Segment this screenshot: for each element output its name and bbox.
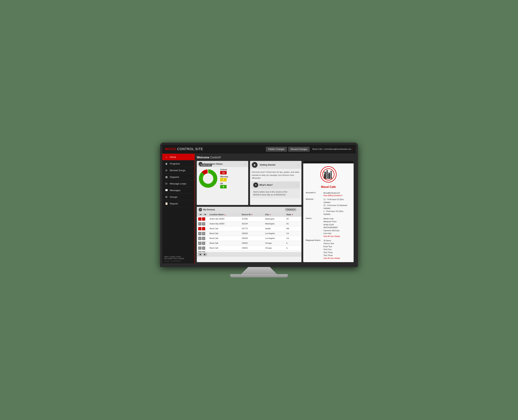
gray-x-device-icon[interactable]: ✕	[198, 222, 201, 225]
ok-status: OK 0	[220, 182, 228, 188]
regional-users-link[interactable]: View All User Details	[323, 257, 340, 260]
device-icons-cell: ✕✕	[197, 231, 208, 236]
filter-select-1[interactable]	[198, 213, 202, 216]
user-dropdown-arrow[interactable]: ▾	[352, 148, 353, 150]
gray-x-device-icon[interactable]: ✕	[202, 222, 205, 225]
table-row[interactable]: ✕✕Mood Café238425New YorkNY	[197, 250, 301, 252]
sidebar-item-programs[interactable]: ◉ Programs	[162, 160, 194, 167]
sidebar-item-messages[interactable]: 💬 Messages	[162, 187, 194, 194]
location-cell: Mood Cafe	[208, 226, 240, 231]
billing-link[interactable]: Have Billing Questions?	[323, 195, 343, 196]
welcome-prefix: Welcome	[197, 156, 209, 159]
location-sort-icon: ▲	[224, 214, 226, 216]
getting-started-title-group: ▶ Getting Started	[252, 162, 275, 168]
devices-menu[interactable]: ···	[297, 208, 300, 211]
gray-x-device-icon[interactable]: ✕	[198, 247, 201, 250]
user-info: Mood Cafe / controldemo@moodmedia.com ▾	[312, 148, 353, 150]
about-link[interactable]: About	[164, 256, 168, 258]
groups-icon: ⊞	[165, 195, 168, 198]
users-link[interactable]: View All User Details	[323, 235, 340, 238]
account-logo-svg	[322, 168, 335, 181]
table-row[interactable]: ✕✕Mood Café238432ChicagoIL	[197, 246, 301, 250]
faq-link[interactable]: FAQ	[174, 258, 177, 259]
critical-status: Critical 12	[220, 168, 228, 174]
table-row[interactable]: ✕✕Mood Café238428Los AngelesCA	[197, 231, 301, 236]
svg-rect-9	[325, 172, 325, 173]
table-row[interactable]: ✕✕Avalon Bay DEMO352244WashingtonDC	[197, 221, 301, 226]
svg-rect-10	[324, 173, 324, 174]
gray-x-device-icon[interactable]: ✕	[202, 247, 205, 250]
col-location[interactable]: Location Name ▲	[208, 212, 240, 217]
table-row[interactable]: ✕✕Mood Café238429Los AngelesCA	[197, 236, 301, 241]
account-info: Account #: MoodMyStudio123 Have Billing …	[303, 190, 354, 262]
sidebar-item-home[interactable]: ⌂ Home	[162, 154, 194, 160]
discard-button[interactable]: Discard Changes	[288, 147, 310, 151]
sidebar-item-blocked-songs[interactable]: ⊘ Blocked Songs	[162, 167, 194, 174]
devices-table-scroll: Location Name ▲ Device ID ▼	[197, 212, 301, 252]
red-music-device-icon[interactable]: ♪	[198, 227, 201, 230]
col-icons	[197, 212, 208, 217]
gray-x-device-icon[interactable]: ✕	[198, 251, 201, 252]
gray-x-device-icon[interactable]: ✕	[198, 237, 201, 240]
table-row[interactable]: ♪~Avalon Bay DEMO227095WashingtonDC	[197, 217, 301, 221]
account-logo-circle	[320, 166, 336, 182]
sidebar-item-dayparts[interactable]: ▦ Dayparts	[162, 174, 194, 180]
gray-x-device-icon[interactable]: ✕	[198, 242, 201, 245]
contact-link[interactable]: Contact	[170, 256, 175, 258]
red-music-device-icon[interactable]: ♪	[198, 217, 201, 221]
publish-button[interactable]: Publish Changes	[266, 147, 287, 151]
status-legend: Critical 12 Warning 0 OK	[220, 168, 228, 188]
state-cell: WA	[285, 226, 301, 231]
city-cell: Los Angeles	[264, 231, 285, 236]
whats-new-menu[interactable]: ···	[296, 184, 298, 187]
location-cell: Mood Café	[208, 241, 240, 246]
col-state[interactable]: State ▼	[285, 212, 301, 217]
state-cell: DC	[285, 221, 301, 226]
svg-rect-8	[324, 172, 324, 173]
table-header-row: Location Name ▲ Device ID ▼	[197, 212, 301, 217]
gray-x-device-icon[interactable]: ✕	[198, 232, 201, 235]
red-wave-device-icon[interactable]: ~	[202, 217, 205, 221]
sidebar-item-reports[interactable]: 📋 Reports	[162, 200, 194, 207]
sidebar-links: About | Contact | Terms User Guide | FAQ…	[164, 256, 192, 259]
sidebar-item-message-loops[interactable]: ☏ Message Loops	[162, 180, 194, 187]
gray-x-device-icon[interactable]: ✕	[202, 242, 205, 245]
gray-x-device-icon[interactable]: ✕	[202, 232, 205, 235]
critical-badge: 12	[220, 171, 227, 174]
device-icons-cell: ✕✕	[197, 236, 208, 241]
device_id-cell: 227095	[240, 217, 264, 221]
whats-new-header: ✦ What's New? ···	[251, 181, 300, 189]
terms-link[interactable]: Terms	[176, 256, 181, 258]
col-city[interactable]: City ▼	[264, 212, 285, 217]
sidebar-item-groups[interactable]: ⊞ Groups	[162, 194, 194, 200]
red-wave-device-icon[interactable]: ~	[202, 227, 205, 230]
device-icons-cell: ✕✕	[197, 246, 208, 250]
play-button[interactable]: ▶	[252, 162, 258, 168]
topbar-right: Publish Changes Discard Changes Mood Caf…	[266, 147, 353, 151]
device-icons-cell: ✕✕	[197, 221, 208, 226]
device_id-cell: 337773	[240, 226, 264, 231]
gray-x-device-icon[interactable]: ✕	[202, 237, 205, 240]
table-next-btn[interactable]: ▶	[203, 253, 207, 256]
user-guide-link[interactable]: User Guide	[164, 258, 172, 259]
table-nav: ◀ ▶	[197, 252, 301, 257]
location-cell: Avalon Bay DEMO	[208, 217, 240, 221]
location-cell: Avalon Bay DEMO	[208, 221, 240, 226]
table-row[interactable]: ♪~Mood Cafe337773SeattleWA	[197, 226, 301, 231]
main: ⌂ Home ◉ Programs ⊘ Blocked Songs ▦ Dayp…	[162, 154, 356, 263]
connection-status-menu[interactable]: ···	[244, 163, 246, 165]
connection-status-panel: ● Connection Status ···	[197, 161, 248, 205]
programs-icon: ◉	[165, 162, 168, 165]
table-row[interactable]: ✕✕Mood Café238426ChicagoIL	[197, 241, 301, 246]
table-prev-btn[interactable]: ◀	[198, 253, 202, 256]
account-name: Mood Cafe	[303, 185, 354, 190]
getting-started-menu[interactable]: ···	[297, 164, 300, 166]
city-cell: Seattle	[264, 226, 285, 231]
whats-new-title-group: ✦ What's New?	[253, 182, 273, 188]
tutorials-link[interactable]: Tutorials	[178, 258, 184, 259]
filter-select-2[interactable]	[203, 213, 207, 216]
col-device-id[interactable]: Device ID ▼	[240, 212, 264, 217]
columns-button[interactable]: Columns ▾	[285, 208, 297, 211]
users-label: Users:	[306, 217, 322, 219]
gray-x-device-icon[interactable]: ✕	[202, 251, 205, 252]
